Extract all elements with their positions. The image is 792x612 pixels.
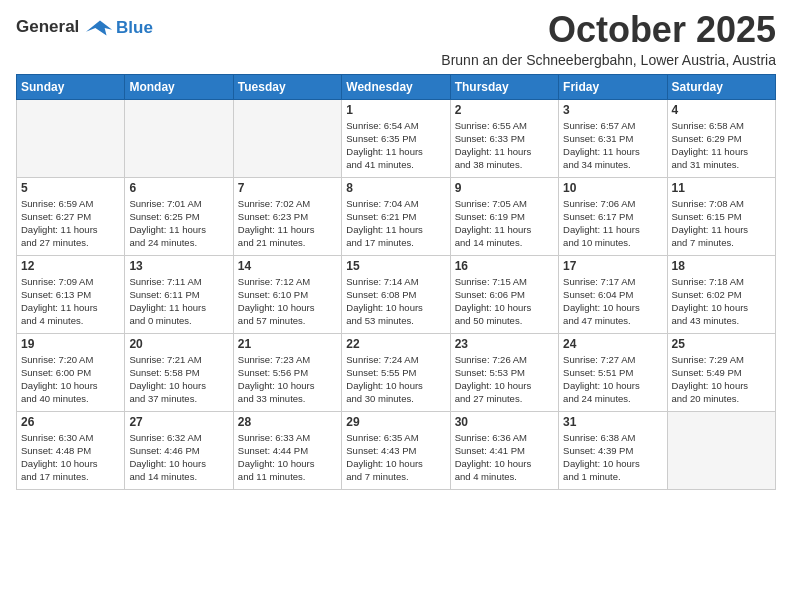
day-info: Sunrise: 6:59 AM Sunset: 6:27 PM Dayligh…: [21, 197, 120, 250]
day-info: Sunrise: 6:58 AM Sunset: 6:29 PM Dayligh…: [672, 119, 771, 172]
day-info: Sunrise: 7:23 AM Sunset: 5:56 PM Dayligh…: [238, 353, 337, 406]
day-number: 11: [672, 181, 771, 195]
day-info: Sunrise: 6:33 AM Sunset: 4:44 PM Dayligh…: [238, 431, 337, 484]
day-number: 27: [129, 415, 228, 429]
title-block: October 2025 Brunn an der Schneebergbahn…: [441, 10, 776, 68]
col-friday: Friday: [559, 74, 667, 99]
calendar: Sunday Monday Tuesday Wednesday Thursday…: [16, 74, 776, 490]
calendar-cell: 4Sunrise: 6:58 AM Sunset: 6:29 PM Daylig…: [667, 99, 775, 177]
day-info: Sunrise: 6:57 AM Sunset: 6:31 PM Dayligh…: [563, 119, 662, 172]
day-info: Sunrise: 6:32 AM Sunset: 4:46 PM Dayligh…: [129, 431, 228, 484]
day-number: 3: [563, 103, 662, 117]
day-number: 10: [563, 181, 662, 195]
day-number: 24: [563, 337, 662, 351]
day-info: Sunrise: 7:09 AM Sunset: 6:13 PM Dayligh…: [21, 275, 120, 328]
day-info: Sunrise: 7:06 AM Sunset: 6:17 PM Dayligh…: [563, 197, 662, 250]
day-number: 23: [455, 337, 554, 351]
day-number: 20: [129, 337, 228, 351]
calendar-cell: [125, 99, 233, 177]
calendar-cell: [233, 99, 341, 177]
calendar-cell: 14Sunrise: 7:12 AM Sunset: 6:10 PM Dayli…: [233, 255, 341, 333]
logo-general: General: [16, 17, 79, 36]
calendar-cell: 21Sunrise: 7:23 AM Sunset: 5:56 PM Dayli…: [233, 333, 341, 411]
calendar-cell: 13Sunrise: 7:11 AM Sunset: 6:11 PM Dayli…: [125, 255, 233, 333]
day-info: Sunrise: 6:35 AM Sunset: 4:43 PM Dayligh…: [346, 431, 445, 484]
calendar-cell: 25Sunrise: 7:29 AM Sunset: 5:49 PM Dayli…: [667, 333, 775, 411]
calendar-cell: 5Sunrise: 6:59 AM Sunset: 6:27 PM Daylig…: [17, 177, 125, 255]
col-saturday: Saturday: [667, 74, 775, 99]
calendar-cell: 1Sunrise: 6:54 AM Sunset: 6:35 PM Daylig…: [342, 99, 450, 177]
day-info: Sunrise: 6:38 AM Sunset: 4:39 PM Dayligh…: [563, 431, 662, 484]
day-number: 28: [238, 415, 337, 429]
col-tuesday: Tuesday: [233, 74, 341, 99]
day-info: Sunrise: 7:15 AM Sunset: 6:06 PM Dayligh…: [455, 275, 554, 328]
day-info: Sunrise: 7:20 AM Sunset: 6:00 PM Dayligh…: [21, 353, 120, 406]
day-number: 30: [455, 415, 554, 429]
col-sunday: Sunday: [17, 74, 125, 99]
day-info: Sunrise: 7:05 AM Sunset: 6:19 PM Dayligh…: [455, 197, 554, 250]
calendar-cell: 9Sunrise: 7:05 AM Sunset: 6:19 PM Daylig…: [450, 177, 558, 255]
logo-blue: Blue: [116, 18, 153, 37]
calendar-cell: 24Sunrise: 7:27 AM Sunset: 5:51 PM Dayli…: [559, 333, 667, 411]
calendar-cell: 26Sunrise: 6:30 AM Sunset: 4:48 PM Dayli…: [17, 411, 125, 489]
logo: General Blue: [16, 14, 153, 42]
calendar-cell: 12Sunrise: 7:09 AM Sunset: 6:13 PM Dayli…: [17, 255, 125, 333]
calendar-cell: 15Sunrise: 7:14 AM Sunset: 6:08 PM Dayli…: [342, 255, 450, 333]
day-info: Sunrise: 7:12 AM Sunset: 6:10 PM Dayligh…: [238, 275, 337, 328]
day-info: Sunrise: 7:08 AM Sunset: 6:15 PM Dayligh…: [672, 197, 771, 250]
calendar-cell: 18Sunrise: 7:18 AM Sunset: 6:02 PM Dayli…: [667, 255, 775, 333]
day-info: Sunrise: 7:17 AM Sunset: 6:04 PM Dayligh…: [563, 275, 662, 328]
calendar-cell: 2Sunrise: 6:55 AM Sunset: 6:33 PM Daylig…: [450, 99, 558, 177]
calendar-week-3: 12Sunrise: 7:09 AM Sunset: 6:13 PM Dayli…: [17, 255, 776, 333]
day-number: 1: [346, 103, 445, 117]
day-info: Sunrise: 6:36 AM Sunset: 4:41 PM Dayligh…: [455, 431, 554, 484]
calendar-cell: 27Sunrise: 6:32 AM Sunset: 4:46 PM Dayli…: [125, 411, 233, 489]
day-number: 8: [346, 181, 445, 195]
calendar-cell: 23Sunrise: 7:26 AM Sunset: 5:53 PM Dayli…: [450, 333, 558, 411]
col-wednesday: Wednesday: [342, 74, 450, 99]
day-number: 6: [129, 181, 228, 195]
day-number: 16: [455, 259, 554, 273]
calendar-week-4: 19Sunrise: 7:20 AM Sunset: 6:00 PM Dayli…: [17, 333, 776, 411]
day-number: 9: [455, 181, 554, 195]
day-number: 17: [563, 259, 662, 273]
logo-bird-icon: [86, 14, 114, 42]
day-number: 12: [21, 259, 120, 273]
day-number: 21: [238, 337, 337, 351]
calendar-cell: 28Sunrise: 6:33 AM Sunset: 4:44 PM Dayli…: [233, 411, 341, 489]
day-info: Sunrise: 7:26 AM Sunset: 5:53 PM Dayligh…: [455, 353, 554, 406]
calendar-cell: 29Sunrise: 6:35 AM Sunset: 4:43 PM Dayli…: [342, 411, 450, 489]
calendar-cell: 7Sunrise: 7:02 AM Sunset: 6:23 PM Daylig…: [233, 177, 341, 255]
calendar-cell: 16Sunrise: 7:15 AM Sunset: 6:06 PM Dayli…: [450, 255, 558, 333]
day-number: 4: [672, 103, 771, 117]
calendar-cell: 30Sunrise: 6:36 AM Sunset: 4:41 PM Dayli…: [450, 411, 558, 489]
day-info: Sunrise: 7:11 AM Sunset: 6:11 PM Dayligh…: [129, 275, 228, 328]
day-number: 13: [129, 259, 228, 273]
day-number: 19: [21, 337, 120, 351]
day-info: Sunrise: 7:29 AM Sunset: 5:49 PM Dayligh…: [672, 353, 771, 406]
day-number: 25: [672, 337, 771, 351]
calendar-cell: 6Sunrise: 7:01 AM Sunset: 6:25 PM Daylig…: [125, 177, 233, 255]
header: General Blue October 2025 Brunn an der S…: [16, 10, 776, 68]
day-number: 14: [238, 259, 337, 273]
day-number: 22: [346, 337, 445, 351]
day-info: Sunrise: 7:18 AM Sunset: 6:02 PM Dayligh…: [672, 275, 771, 328]
day-number: 26: [21, 415, 120, 429]
day-info: Sunrise: 7:04 AM Sunset: 6:21 PM Dayligh…: [346, 197, 445, 250]
day-number: 5: [21, 181, 120, 195]
calendar-cell: 3Sunrise: 6:57 AM Sunset: 6:31 PM Daylig…: [559, 99, 667, 177]
day-number: 31: [563, 415, 662, 429]
day-info: Sunrise: 6:30 AM Sunset: 4:48 PM Dayligh…: [21, 431, 120, 484]
calendar-week-1: 1Sunrise: 6:54 AM Sunset: 6:35 PM Daylig…: [17, 99, 776, 177]
day-info: Sunrise: 7:14 AM Sunset: 6:08 PM Dayligh…: [346, 275, 445, 328]
calendar-week-2: 5Sunrise: 6:59 AM Sunset: 6:27 PM Daylig…: [17, 177, 776, 255]
month-title: October 2025: [441, 10, 776, 50]
day-info: Sunrise: 7:24 AM Sunset: 5:55 PM Dayligh…: [346, 353, 445, 406]
calendar-cell: 22Sunrise: 7:24 AM Sunset: 5:55 PM Dayli…: [342, 333, 450, 411]
day-number: 29: [346, 415, 445, 429]
page: General Blue October 2025 Brunn an der S…: [0, 0, 792, 612]
col-monday: Monday: [125, 74, 233, 99]
day-info: Sunrise: 6:54 AM Sunset: 6:35 PM Dayligh…: [346, 119, 445, 172]
day-info: Sunrise: 7:02 AM Sunset: 6:23 PM Dayligh…: [238, 197, 337, 250]
calendar-cell: [667, 411, 775, 489]
